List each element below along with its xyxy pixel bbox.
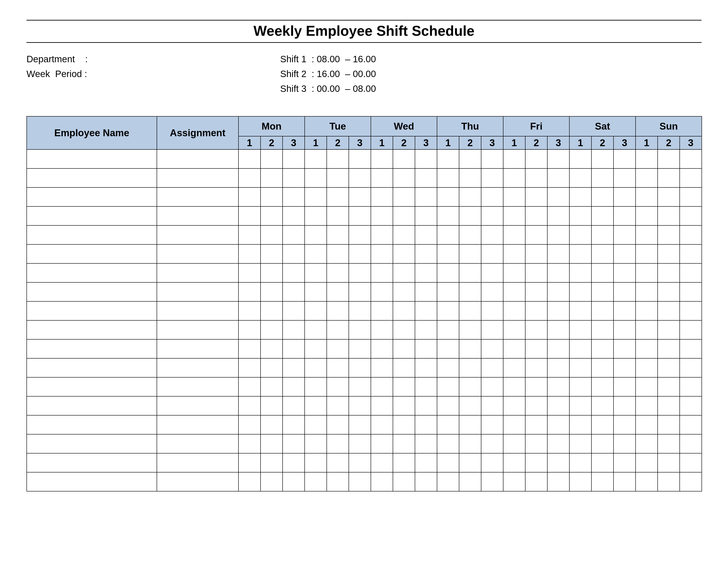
table-cell[interactable] — [459, 149, 481, 168]
table-cell[interactable] — [481, 339, 503, 358]
table-cell[interactable] — [371, 206, 393, 225]
table-cell[interactable] — [157, 415, 238, 434]
table-cell[interactable] — [614, 187, 636, 206]
table-cell[interactable] — [238, 434, 261, 453]
table-cell[interactable] — [547, 225, 569, 244]
table-cell[interactable] — [261, 358, 283, 377]
table-cell[interactable] — [238, 396, 261, 415]
table-cell[interactable] — [305, 358, 327, 377]
table-cell[interactable] — [27, 434, 157, 453]
table-cell[interactable] — [614, 434, 636, 453]
table-cell[interactable] — [393, 206, 415, 225]
table-cell[interactable] — [437, 472, 459, 491]
table-cell[interactable] — [371, 339, 393, 358]
table-cell[interactable] — [261, 453, 283, 472]
table-cell[interactable] — [680, 396, 702, 415]
table-cell[interactable] — [525, 377, 547, 396]
table-cell[interactable] — [371, 283, 393, 302]
table-cell[interactable] — [238, 187, 261, 206]
table-cell[interactable] — [157, 168, 238, 187]
table-cell[interactable] — [261, 434, 283, 453]
table-cell[interactable] — [238, 472, 261, 491]
table-cell[interactable] — [157, 302, 238, 321]
table-cell[interactable] — [349, 358, 371, 377]
table-cell[interactable] — [157, 187, 238, 206]
table-cell[interactable] — [349, 415, 371, 434]
table-cell[interactable] — [680, 358, 702, 377]
table-cell[interactable] — [437, 187, 459, 206]
table-cell[interactable] — [393, 472, 415, 491]
table-cell[interactable] — [415, 244, 437, 263]
table-cell[interactable] — [525, 244, 547, 263]
table-cell[interactable] — [393, 225, 415, 244]
table-cell[interactable] — [393, 263, 415, 283]
table-cell[interactable] — [371, 168, 393, 187]
table-cell[interactable] — [371, 244, 393, 263]
table-cell[interactable] — [591, 415, 614, 434]
table-cell[interactable] — [569, 415, 591, 434]
table-cell[interactable] — [157, 283, 238, 302]
table-cell[interactable] — [525, 358, 547, 377]
table-cell[interactable] — [658, 434, 680, 453]
table-cell[interactable] — [503, 263, 525, 283]
table-cell[interactable] — [569, 168, 591, 187]
table-cell[interactable] — [327, 321, 349, 339]
table-cell[interactable] — [327, 263, 349, 283]
table-cell[interactable] — [283, 434, 305, 453]
table-cell[interactable] — [680, 206, 702, 225]
table-cell[interactable] — [437, 149, 459, 168]
table-cell[interactable] — [503, 283, 525, 302]
table-cell[interactable] — [415, 396, 437, 415]
table-cell[interactable] — [371, 377, 393, 396]
table-cell[interactable] — [415, 225, 437, 244]
table-cell[interactable] — [636, 187, 658, 206]
table-cell[interactable] — [481, 377, 503, 396]
table-cell[interactable] — [349, 168, 371, 187]
table-cell[interactable] — [371, 263, 393, 283]
table-cell[interactable] — [680, 244, 702, 263]
table-cell[interactable] — [481, 302, 503, 321]
table-cell[interactable] — [27, 377, 157, 396]
table-cell[interactable] — [437, 244, 459, 263]
table-cell[interactable] — [261, 302, 283, 321]
table-cell[interactable] — [437, 263, 459, 283]
table-cell[interactable] — [658, 244, 680, 263]
table-cell[interactable] — [459, 244, 481, 263]
table-cell[interactable] — [349, 244, 371, 263]
table-cell[interactable] — [459, 283, 481, 302]
table-cell[interactable] — [503, 206, 525, 225]
table-cell[interactable] — [415, 206, 437, 225]
table-cell[interactable] — [283, 377, 305, 396]
table-cell[interactable] — [393, 302, 415, 321]
table-cell[interactable] — [437, 321, 459, 339]
table-cell[interactable] — [591, 377, 614, 396]
table-cell[interactable] — [393, 244, 415, 263]
table-cell[interactable] — [547, 263, 569, 283]
table-cell[interactable] — [547, 415, 569, 434]
table-cell[interactable] — [261, 149, 283, 168]
table-cell[interactable] — [525, 415, 547, 434]
table-cell[interactable] — [636, 415, 658, 434]
table-cell[interactable] — [305, 225, 327, 244]
table-cell[interactable] — [658, 321, 680, 339]
table-cell[interactable] — [547, 206, 569, 225]
table-cell[interactable] — [503, 396, 525, 415]
table-cell[interactable] — [27, 187, 157, 206]
table-cell[interactable] — [481, 453, 503, 472]
table-cell[interactable] — [415, 283, 437, 302]
table-cell[interactable] — [349, 302, 371, 321]
table-cell[interactable] — [569, 187, 591, 206]
table-cell[interactable] — [283, 453, 305, 472]
table-cell[interactable] — [437, 396, 459, 415]
table-cell[interactable] — [614, 339, 636, 358]
table-cell[interactable] — [349, 434, 371, 453]
table-cell[interactable] — [680, 263, 702, 283]
table-cell[interactable] — [591, 244, 614, 263]
table-cell[interactable] — [371, 225, 393, 244]
table-cell[interactable] — [569, 434, 591, 453]
table-cell[interactable] — [591, 321, 614, 339]
table-cell[interactable] — [481, 206, 503, 225]
table-cell[interactable] — [614, 472, 636, 491]
table-cell[interactable] — [658, 225, 680, 244]
table-cell[interactable] — [658, 396, 680, 415]
